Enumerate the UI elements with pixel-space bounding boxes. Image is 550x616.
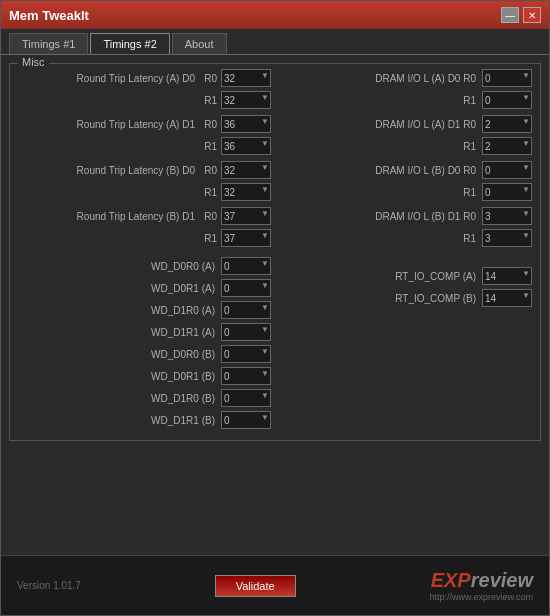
- rtl-b-d0-r1-wrapper: 32: [221, 183, 271, 201]
- rtl-a-d0-r0-row: Round Trip Latency (A) D0 R0 32: [18, 68, 271, 88]
- dram-b-d1-r1-wrapper: 3: [482, 229, 532, 247]
- wd-d1r1-a-row: WD_D1R1 (A) 0: [18, 322, 271, 342]
- wd-d0r0-b-row: WD_D0R0 (B) 0: [18, 344, 271, 364]
- dram-b-d1-label: DRAM I/O L (B) D1 R0: [279, 211, 482, 222]
- wd-d0r1-b-wrapper: 0: [221, 367, 271, 385]
- rtl-a-d0-r0-select[interactable]: 32: [221, 69, 271, 87]
- wd-d1r0-a-row: WD_D1R0 (A) 0: [18, 300, 271, 320]
- dram-a-d0-group: DRAM I/O L (A) D0 R0 0 R1 0: [279, 68, 532, 110]
- r0-label: R0: [201, 73, 221, 84]
- rtl-b-d1-r1-wrapper: 37: [221, 229, 271, 247]
- wd-d0r1-a-label: WD_D0R1 (A): [18, 283, 221, 294]
- wd-d1r0-b-label: WD_D1R0 (B): [18, 393, 221, 404]
- wd-d0r1-a-wrapper: 0: [221, 279, 271, 297]
- rt-io-comp-a-row: RT_IO_COMP (A) 14: [279, 266, 532, 286]
- rtl-b-d1-r0-row: Round Trip Latency (B) D1 R0 37: [18, 206, 271, 226]
- wd-d1r0-b-select[interactable]: 0: [221, 389, 271, 407]
- wd-d1r1-a-select[interactable]: 0: [221, 323, 271, 341]
- rtl-a-d1-label: Round Trip Latency (A) D1: [18, 119, 201, 130]
- dram-b-d0-r0-row: DRAM I/O L (B) D0 R0 0: [279, 160, 532, 180]
- wd-d0r0-b-wrapper: 0: [221, 345, 271, 363]
- dram-b-d1-r0-select[interactable]: 3: [482, 207, 532, 225]
- wd-col: WD_D0R0 (A) 0 WD_D0R1 (A) 0 WD_D1R0 (A): [18, 256, 271, 432]
- rt-io-comp-a-select[interactable]: 14: [482, 267, 532, 285]
- rtl-b-d1-r1-select[interactable]: 37: [221, 229, 271, 247]
- rt-io-comp-b-select[interactable]: 14: [482, 289, 532, 307]
- main-content: Misc Round Trip Latency (A) D0 R0 32: [1, 54, 549, 555]
- rtl-b-d0-r0-select[interactable]: 32: [221, 161, 271, 179]
- tab-timings2[interactable]: Timings #2: [90, 33, 169, 54]
- wd-d0r0-a-select[interactable]: 0: [221, 257, 271, 275]
- validate-button[interactable]: Validate: [215, 575, 296, 597]
- wd-d1r0-b-wrapper: 0: [221, 389, 271, 407]
- wd-d1r0-a-select[interactable]: 0: [221, 301, 271, 319]
- dram-a-d0-r0-wrapper: 0: [482, 69, 532, 87]
- title-bar-buttons: — ✕: [501, 7, 541, 23]
- dram-b-d0-r0-wrapper: 0: [482, 161, 532, 179]
- dram-a-d1-r1-select[interactable]: 2: [482, 137, 532, 155]
- wd-d1r1-b-select[interactable]: 0: [221, 411, 271, 429]
- dram-a-d0-label: DRAM I/O L (A) D0 R0: [279, 73, 482, 84]
- dram-a-d1-r1-row: R1 2: [279, 136, 532, 156]
- brand-url: http://www.expreview.com: [429, 592, 533, 602]
- wd-d1r1-a-wrapper: 0: [221, 323, 271, 341]
- rtl-a-d1-r1-wrapper: 36: [221, 137, 271, 155]
- rtl-b-d1-label: Round Trip Latency (B) D1: [18, 211, 201, 222]
- rtl-b-d0-r1-row: R1 32: [18, 182, 271, 202]
- dram-a-d0-r0-select[interactable]: 0: [482, 69, 532, 87]
- dram-b-d1-r1-row: R1 3: [279, 228, 532, 248]
- window-title: Mem TweakIt: [9, 8, 89, 23]
- rtl-a-d0-group: Round Trip Latency (A) D0 R0 32 R1: [18, 68, 271, 110]
- dram-b-d0-r1-select[interactable]: 0: [482, 183, 532, 201]
- rtl-b-d1-group: Round Trip Latency (B) D1 R0 37 R1: [18, 206, 271, 248]
- rtl-a-d0-r1-wrapper: 32: [221, 91, 271, 109]
- rtl-a-d1-r0-select[interactable]: 36: [221, 115, 271, 133]
- minimize-button[interactable]: —: [501, 7, 519, 23]
- rtl-b-d0-r0-wrapper: 32: [221, 161, 271, 179]
- dram-a-d0-r1-select[interactable]: 0: [482, 91, 532, 109]
- bottom-section: WD_D0R0 (A) 0 WD_D0R1 (A) 0 WD_D1R0 (A): [18, 256, 532, 432]
- rtl-a-d0-label: Round Trip Latency (A) D0: [18, 73, 201, 84]
- r1-label: R1: [201, 95, 221, 106]
- dram-b-d1-r0-row: DRAM I/O L (B) D1 R0 3: [279, 206, 532, 226]
- dram-a-d1-r0-row: DRAM I/O L (A) D1 R0 2: [279, 114, 532, 134]
- dram-b-d1-r0-wrapper: 3: [482, 207, 532, 225]
- rtl-b-d0-r1-select[interactable]: 32: [221, 183, 271, 201]
- wd-d1r1-b-wrapper: 0: [221, 411, 271, 429]
- brand-area: EXPreview http://www.expreview.com: [429, 569, 533, 602]
- rtl-b-d0-label: Round Trip Latency (B) D0: [18, 165, 201, 176]
- rt-io-comp-b-row: RT_IO_COMP (B) 14: [279, 288, 532, 308]
- misc-group: Misc Round Trip Latency (A) D0 R0 32: [9, 63, 541, 441]
- dram-a-d0-r1-row: R1 0: [279, 90, 532, 110]
- tab-about[interactable]: About: [172, 33, 227, 54]
- wd-d1r0-a-wrapper: 0: [221, 301, 271, 319]
- wd-d0r1-b-select[interactable]: 0: [221, 367, 271, 385]
- dram-a-d1-r1-wrapper: 2: [482, 137, 532, 155]
- dram-b-d0-r0-select[interactable]: 0: [482, 161, 532, 179]
- rtl-a-d0-r1-select[interactable]: 32: [221, 91, 271, 109]
- tab-timings1[interactable]: Timings #1: [9, 33, 88, 54]
- wd-d1r0-b-row: WD_D1R0 (B) 0: [18, 388, 271, 408]
- dram-b-d1-group: DRAM I/O L (B) D1 R0 3 R1 3: [279, 206, 532, 248]
- rt-io-comp-a-wrapper: 14: [482, 267, 532, 285]
- wd-d1r1-b-row: WD_D1R1 (B) 0: [18, 410, 271, 430]
- version-label: Version 1.01.7: [17, 580, 81, 591]
- close-button[interactable]: ✕: [523, 7, 541, 23]
- dram-b-d1-r1-select[interactable]: 3: [482, 229, 532, 247]
- dram-a-d1-r0-wrapper: 2: [482, 115, 532, 133]
- rtl-b-d1-r0-select[interactable]: 37: [221, 207, 271, 225]
- wd-d0r1-a-select[interactable]: 0: [221, 279, 271, 297]
- rt-io-comp-a-label: RT_IO_COMP (A): [279, 271, 482, 282]
- misc-label: Misc: [18, 56, 49, 68]
- wd-d0r0-b-select[interactable]: 0: [221, 345, 271, 363]
- app-window: Mem TweakIt — ✕ Timings #1 Timings #2 Ab…: [0, 0, 550, 616]
- rtl-a-d1-r1-select[interactable]: 36: [221, 137, 271, 155]
- dram-a-d0-r0-row: DRAM I/O L (A) D0 R0 0: [279, 68, 532, 88]
- rt-io-comp-b-wrapper: 14: [482, 289, 532, 307]
- brand-logo: EXPreview: [429, 569, 533, 592]
- rtl-b-d0-r0-row: Round Trip Latency (B) D0 R0 32: [18, 160, 271, 180]
- left-col: Round Trip Latency (A) D0 R0 32 R1: [18, 68, 271, 252]
- rtl-b-d0-group: Round Trip Latency (B) D0 R0 32 R1: [18, 160, 271, 202]
- wd-d1r0-a-label: WD_D1R0 (A): [18, 305, 221, 316]
- dram-a-d1-r0-select[interactable]: 2: [482, 115, 532, 133]
